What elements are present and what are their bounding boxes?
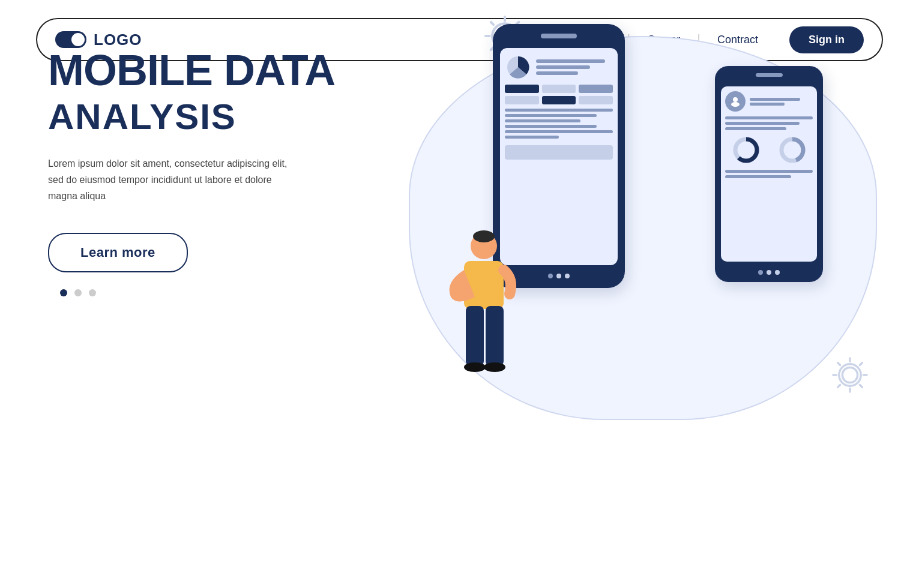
- dblock-3: [579, 85, 613, 93]
- bottom-bar: [505, 145, 613, 160]
- phone-small-screen: [721, 86, 817, 262]
- phone-small: [715, 66, 823, 282]
- learn-more-button[interactable]: Learn more: [48, 233, 188, 272]
- phone-speaker: [541, 34, 577, 38]
- gear-right-icon: [829, 354, 871, 396]
- carousel-dots: [60, 289, 384, 296]
- svg-rect-15: [486, 306, 504, 366]
- hero-illustration: [385, 0, 901, 444]
- dblock-1: [505, 85, 539, 93]
- hero-left: MOBILE DATA ANALYSIS Lorem ipsum dolor s…: [48, 48, 384, 296]
- phone-small-dots: [721, 270, 817, 275]
- dblock-5: [542, 96, 576, 104]
- avatar-icon: [725, 91, 746, 112]
- hero-description: Lorem ipsum dolor sit ament, consectetur…: [48, 155, 300, 205]
- dblock-4: [505, 96, 539, 104]
- text-lines-1: [505, 109, 613, 139]
- chart-lines: [536, 59, 613, 75]
- donut-chart-1: [731, 135, 761, 165]
- dblock-row-2: [505, 96, 613, 104]
- svg-point-5: [733, 97, 738, 102]
- svg-point-17: [484, 362, 505, 372]
- data-blocks: [505, 85, 613, 104]
- hero-title-sub: ANALYSIS: [48, 96, 384, 137]
- dblock-row-1: [505, 85, 613, 93]
- dot-1[interactable]: [60, 289, 67, 296]
- pie-chart-icon: [505, 54, 531, 80]
- chart-line-3: [536, 71, 578, 75]
- svg-rect-14: [466, 306, 484, 366]
- dot-3[interactable]: [89, 289, 96, 296]
- person-illustration: [445, 228, 523, 396]
- text-lines-small: [725, 116, 813, 130]
- avatar-text-lines: [750, 98, 813, 106]
- dblock-2: [542, 85, 576, 93]
- avatar-row: [725, 91, 813, 112]
- dot-2[interactable]: [74, 289, 82, 296]
- svg-point-12: [473, 230, 495, 242]
- donuts-row: [725, 135, 813, 165]
- svg-point-6: [731, 102, 740, 107]
- text-lines-small-2: [725, 170, 813, 178]
- chart-row: [505, 54, 613, 80]
- svg-point-16: [464, 362, 486, 372]
- chart-line-2: [536, 65, 590, 69]
- chart-line-1: [536, 59, 605, 63]
- svg-point-2: [842, 367, 857, 382]
- phone-small-speaker: [756, 73, 783, 77]
- hero-title-main: MOBILE DATA: [48, 48, 384, 94]
- dblock-6: [579, 96, 613, 104]
- logo-toggle-icon[interactable]: [55, 31, 86, 48]
- donut-chart-2: [777, 135, 807, 165]
